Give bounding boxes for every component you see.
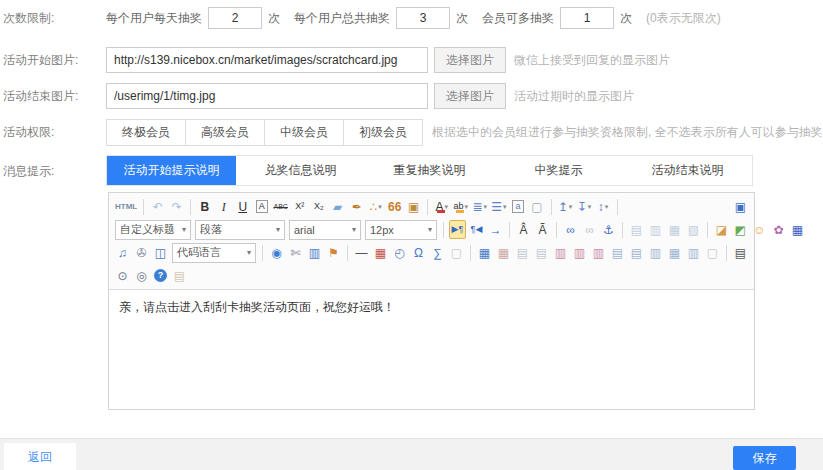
member-option-senior[interactable]: 高级会员 (185, 119, 265, 146)
help-icon[interactable]: ? (152, 266, 169, 285)
italic-icon[interactable]: I (215, 197, 232, 216)
autotypeset-icon[interactable]: ∴▾ (367, 197, 384, 216)
formula-icon[interactable]: ∑ (429, 243, 446, 262)
columns-icon[interactable]: ▥ (306, 243, 323, 262)
blockquote-icon[interactable]: 66 (386, 197, 403, 216)
member-option-middle[interactable]: 中级会员 (264, 119, 344, 146)
cell-props-icon[interactable]: ▤ (533, 243, 550, 262)
iframe-icon[interactable]: ◫ (152, 243, 169, 262)
preview-icon[interactable]: ⊙ (114, 266, 131, 285)
image-center-icon[interactable]: ▥ (647, 220, 664, 239)
paragraph-select[interactable]: 段落▾ (195, 220, 285, 240)
tab-repeat-draw[interactable]: 重复抽奖说明 (365, 156, 494, 185)
image-right-icon[interactable]: ▦ (666, 220, 683, 239)
attachment-icon[interactable]: ✇ (133, 243, 150, 262)
ordered-list-icon[interactable]: ≣▾ (471, 197, 488, 216)
map-icon[interactable]: ◉ (268, 243, 285, 262)
end-image-pick-button[interactable]: 选择图片 (434, 83, 506, 109)
paragraph-space-top-icon[interactable]: ↥▾ (557, 197, 574, 216)
code-language-select[interactable]: 代码语言▾ (172, 243, 256, 263)
insert-table-icon[interactable]: ▦ (476, 243, 493, 262)
font-family-select[interactable]: arial▾ (289, 220, 361, 240)
underline-icon[interactable]: U (234, 197, 251, 216)
insert-video-icon[interactable]: ▦ (789, 220, 806, 239)
gmap-icon[interactable]: ⚑ (325, 243, 342, 262)
insert-row-icon[interactable]: ▥ (590, 243, 607, 262)
avg-rows-icon[interactable]: ▦ (666, 243, 683, 262)
indent-icon[interactable]: → (487, 220, 504, 239)
anchor-icon[interactable]: ⚓ (600, 220, 617, 239)
split-cells-icon[interactable]: ▥ (571, 243, 588, 262)
dropdown-caret-icon: ▾ (605, 203, 609, 211)
unlink-icon[interactable]: ∞ (581, 220, 598, 239)
lowercase-icon[interactable]: Ã (534, 220, 551, 239)
insert-col-icon[interactable]: ▤ (609, 243, 626, 262)
tab-redeem-info[interactable]: 兑奖信息说明 (236, 156, 365, 185)
anchor-a-icon[interactable]: a (510, 197, 527, 216)
dropdown-caret-icon: ▾ (352, 225, 356, 234)
special-char-icon[interactable]: Ω (410, 243, 427, 262)
find-replace-icon[interactable]: ◎ (133, 266, 150, 285)
strikethrough-icon[interactable]: ABC (272, 197, 289, 216)
member-extra-input[interactable] (560, 7, 614, 29)
font-color-icon[interactable]: A▾ (433, 197, 450, 216)
tab-activity-end[interactable]: 活动结束说明 (623, 156, 752, 185)
image-none-icon[interactable]: ▧ (685, 220, 702, 239)
screenshot-icon[interactable]: ✄ (287, 243, 304, 262)
uppercase-icon[interactable]: Â (515, 220, 532, 239)
custom-title-select[interactable]: 自定义标题▾ (115, 220, 191, 240)
scrawl-icon[interactable]: ✿ (770, 220, 787, 239)
rtl-icon[interactable]: ¶◀ (468, 220, 485, 239)
subscript-icon[interactable]: X₂ (310, 197, 327, 216)
format-brush-icon[interactable]: ✒ (348, 197, 365, 216)
paste-text-icon[interactable]: ▣ (405, 197, 422, 216)
paragraph-space-bottom-icon[interactable]: ↧▾ (576, 197, 593, 216)
total-input[interactable] (396, 7, 450, 29)
paste-icon[interactable]: ▤ (171, 266, 188, 285)
online-image-icon[interactable]: ◩ (732, 220, 749, 239)
redo-icon[interactable]: ↷ (168, 197, 185, 216)
font-size-select[interactable]: 12px▾ (365, 220, 437, 240)
toolbar-separator (617, 199, 618, 215)
insert-date-icon[interactable]: ▦ (372, 243, 389, 262)
start-image-input[interactable] (106, 47, 428, 73)
member-option-ultimate[interactable]: 终极会员 (106, 119, 186, 146)
link-icon[interactable]: ∞ (562, 220, 579, 239)
bold-icon[interactable]: B (196, 197, 213, 216)
delete-row-icon[interactable]: ▤ (628, 243, 645, 262)
end-image-input[interactable] (106, 83, 428, 109)
print-icon[interactable]: ▤ (732, 243, 749, 262)
emoji-icon[interactable]: ☺ (751, 220, 768, 239)
line-height-icon[interactable]: ↕▾ (595, 197, 612, 216)
merge-cells-icon[interactable]: ▥ (552, 243, 569, 262)
tab-activity-start-tip[interactable]: 活动开始提示说明 (107, 156, 236, 185)
member-option-junior[interactable]: 初级会员 (343, 119, 423, 146)
unordered-list-icon[interactable]: ☰▾ (490, 197, 507, 216)
delete-table-icon[interactable]: ▦ (495, 243, 512, 262)
image-left-icon[interactable]: ▤ (628, 220, 645, 239)
avg-cols-icon[interactable]: ▥ (685, 243, 702, 262)
eraser-icon[interactable]: ▰ (329, 197, 346, 216)
horizontal-rule-icon[interactable]: — (353, 243, 370, 262)
ltr-icon[interactable]: ▶¶ (449, 220, 466, 239)
undo-icon[interactable]: ↶ (149, 197, 166, 216)
back-button[interactable]: 返回 (4, 443, 76, 470)
highlight-color-icon[interactable]: ab▾ (452, 197, 469, 216)
superscript-icon[interactable]: X² (291, 197, 308, 216)
fullscreen-icon[interactable]: ▣ (732, 197, 749, 216)
char-border-icon[interactable]: A (253, 197, 270, 216)
form-icon[interactable]: ▢ (448, 243, 465, 262)
per-day-input[interactable] (208, 7, 262, 29)
start-image-pick-button[interactable]: 选择图片 (434, 47, 506, 73)
insert-image-icon[interactable]: ◪ (713, 220, 730, 239)
insert-time-icon[interactable]: ◴ (391, 243, 408, 262)
doc-template-icon[interactable]: ▢ (704, 243, 721, 262)
tab-win-tip[interactable]: 中奖提示 (494, 156, 623, 185)
new-document-icon[interactable]: ▢ (529, 197, 546, 216)
save-button[interactable]: 保存 (733, 446, 796, 470)
table-title-icon[interactable]: ▤ (514, 243, 531, 262)
editor-content[interactable]: 亲，请点击进入刮刮卡抽奖活动页面，祝您好运哦！ (109, 290, 754, 410)
music-icon[interactable]: ♫ (114, 243, 131, 262)
delete-col-icon[interactable]: ▥ (647, 243, 664, 262)
source-code-button[interactable]: HTML (114, 197, 138, 216)
